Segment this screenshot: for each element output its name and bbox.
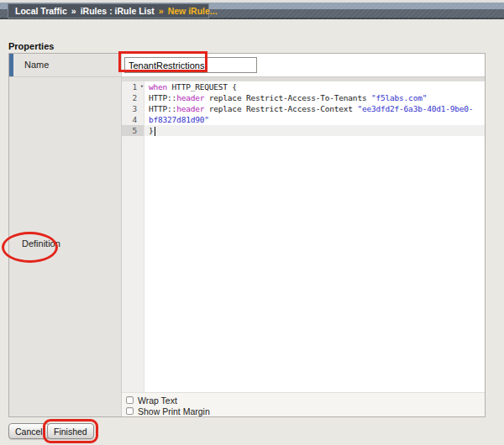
wrap-text-label: Wrap Text bbox=[138, 395, 177, 406]
definition-row: Definition 1▾2345 when HTTP_REQUEST {HTT… bbox=[9, 77, 485, 416]
editor-main: 1▾2345 when HTTP_REQUEST {HTTP::header r… bbox=[122, 81, 485, 392]
editor-gutter: 1▾2345 bbox=[122, 81, 144, 392]
breadcrumb-item-new-irule: New iRule... bbox=[168, 6, 218, 16]
annotation-definition-highlight bbox=[2, 232, 58, 263]
breadcrumb: Local Traffic » iRules : iRule List » Ne… bbox=[8, 3, 209, 18]
code-line[interactable]: HTTP::header replace Restrict-Access-To-… bbox=[144, 92, 485, 103]
cancel-button[interactable]: Cancel bbox=[8, 423, 50, 439]
code-line[interactable]: bf8327d81d90" bbox=[144, 114, 485, 125]
page: Local Traffic » iRules : iRule List » Ne… bbox=[0, 0, 504, 445]
show-print-margin-checkbox[interactable] bbox=[126, 407, 134, 415]
name-label: Name bbox=[9, 54, 122, 76]
line-number: 3 bbox=[122, 103, 144, 114]
fold-caret-icon[interactable]: ▾ bbox=[140, 81, 144, 92]
name-row: Name bbox=[9, 54, 485, 77]
definition-value-cell: 1▾2345 when HTTP_REQUEST {HTTP::header r… bbox=[122, 77, 485, 416]
breadcrumb-separator-icon: » bbox=[159, 6, 164, 16]
row-accent-bar bbox=[9, 54, 13, 76]
editor-content[interactable]: when HTTP_REQUEST {HTTP::header replace … bbox=[144, 81, 485, 392]
annotation-name-highlight bbox=[118, 51, 207, 72]
show-print-margin-label: Show Print Margin bbox=[138, 406, 210, 416]
text-cursor bbox=[155, 127, 155, 136]
finished-button[interactable]: Finished bbox=[47, 423, 94, 439]
breadcrumb-item-local-traffic[interactable]: Local Traffic bbox=[15, 6, 67, 16]
properties-table: Name Definition 1▾2345 when HTTP_REQUEST… bbox=[8, 53, 486, 417]
breadcrumb-separator-icon: » bbox=[71, 6, 76, 16]
wrap-text-checkbox[interactable] bbox=[126, 396, 134, 404]
line-number: 4 bbox=[122, 114, 144, 125]
editor-footer: Wrap Text Show Print Margin bbox=[122, 392, 485, 416]
code-line[interactable]: when HTTP_REQUEST { bbox=[144, 81, 485, 92]
properties-section-title: Properties bbox=[8, 41, 54, 51]
breadcrumb-item-irule-list[interactable]: iRules : iRule List bbox=[81, 6, 155, 16]
line-number: 1▾ bbox=[122, 81, 144, 92]
line-number: 2 bbox=[122, 92, 144, 103]
code-line[interactable]: } bbox=[144, 125, 485, 136]
line-number: 5 bbox=[122, 125, 144, 136]
code-editor[interactable]: 1▾2345 when HTTP_REQUEST {HTTP::header r… bbox=[122, 81, 485, 416]
code-line[interactable]: HTTP::header replace Restrict-Access-Con… bbox=[144, 103, 485, 114]
